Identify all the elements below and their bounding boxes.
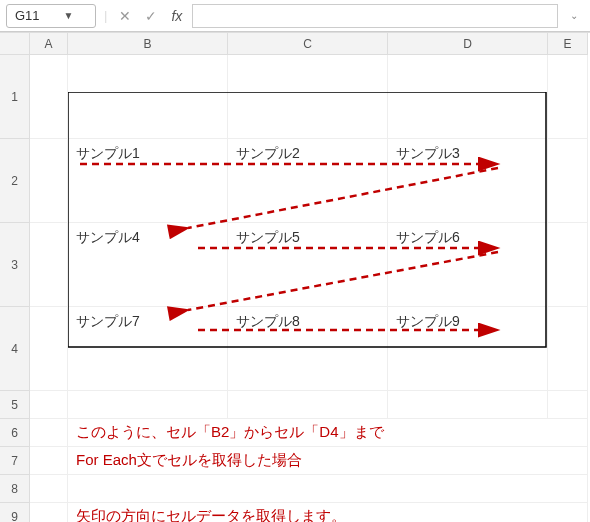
cell-B3[interactable]: サンプル4 (68, 223, 228, 307)
cell-A2[interactable] (30, 139, 68, 223)
cell-value: サンプル5 (236, 229, 300, 245)
note-line-1[interactable]: このように、セル「B2」からセル「D4」まで (68, 419, 588, 447)
row-header-9[interactable]: 9 (0, 503, 30, 522)
cell-value: サンプル8 (236, 313, 300, 329)
formula-input[interactable] (192, 4, 558, 28)
cell-D1[interactable] (388, 55, 548, 139)
cell-E4[interactable] (548, 307, 588, 391)
cell-A1[interactable] (30, 55, 68, 139)
cell-E5[interactable] (548, 391, 588, 419)
cell-C4[interactable]: サンプル8 (228, 307, 388, 391)
col-header-E[interactable]: E (548, 33, 588, 55)
cell-value: サンプル4 (76, 229, 140, 245)
select-all-corner[interactable] (0, 33, 30, 55)
cell-value: サンプル2 (236, 145, 300, 161)
cell-value: サンプル1 (76, 145, 140, 161)
expand-formula-bar-icon[interactable]: ⌄ (564, 10, 584, 21)
cell-A9[interactable] (30, 503, 68, 522)
cell-B5[interactable] (68, 391, 228, 419)
col-header-C[interactable]: C (228, 33, 388, 55)
cell-C3[interactable]: サンプル5 (228, 223, 388, 307)
chevron-down-icon[interactable]: ▼ (64, 10, 74, 21)
divider: | (104, 8, 107, 23)
note-line-2[interactable]: For Each文でセルを取得した場合 (68, 447, 588, 475)
cell-B8[interactable] (68, 475, 588, 503)
row-header-4[interactable]: 4 (0, 307, 30, 391)
row-header-2[interactable]: 2 (0, 139, 30, 223)
col-header-B[interactable]: B (68, 33, 228, 55)
cell-D4[interactable]: サンプル9 (388, 307, 548, 391)
cell-value: サンプル7 (76, 313, 140, 329)
cell-D3[interactable]: サンプル6 (388, 223, 548, 307)
cell-B2[interactable]: サンプル1 (68, 139, 228, 223)
cell-D2[interactable]: サンプル3 (388, 139, 548, 223)
cell-B1[interactable] (68, 55, 228, 139)
col-header-A[interactable]: A (30, 33, 68, 55)
cell-C2[interactable]: サンプル2 (228, 139, 388, 223)
cell-A6[interactable] (30, 419, 68, 447)
cancel-icon[interactable]: ✕ (115, 8, 135, 24)
formula-bar-area: G11 ▼ | ✕ ✓ fx ⌄ (0, 0, 590, 32)
fx-label[interactable]: fx (167, 8, 186, 24)
cell-A3[interactable] (30, 223, 68, 307)
name-box[interactable]: G11 ▼ (6, 4, 96, 28)
cell-value: サンプル6 (396, 229, 460, 245)
cell-E2[interactable] (548, 139, 588, 223)
row-header-3[interactable]: 3 (0, 223, 30, 307)
row-header-8[interactable]: 8 (0, 475, 30, 503)
cell-E1[interactable] (548, 55, 588, 139)
cell-A4[interactable] (30, 307, 68, 391)
cell-value: サンプル9 (396, 313, 460, 329)
cell-B4[interactable]: サンプル7 (68, 307, 228, 391)
cell-A7[interactable] (30, 447, 68, 475)
name-box-value: G11 (15, 8, 40, 23)
cell-C5[interactable] (228, 391, 388, 419)
cell-E3[interactable] (548, 223, 588, 307)
cell-D5[interactable] (388, 391, 548, 419)
col-header-D[interactable]: D (388, 33, 548, 55)
spreadsheet-grid[interactable]: A B C D E 1 2 サンプル1 サンプル2 サンプル3 3 サンプル4 … (0, 32, 590, 522)
row-header-5[interactable]: 5 (0, 391, 30, 419)
row-header-1[interactable]: 1 (0, 55, 30, 139)
note-line-3[interactable]: 矢印の方向にセルデータを取得します。 (68, 503, 588, 522)
cell-C1[interactable] (228, 55, 388, 139)
row-header-7[interactable]: 7 (0, 447, 30, 475)
enter-icon[interactable]: ✓ (141, 8, 161, 24)
cell-A8[interactable] (30, 475, 68, 503)
cell-value: サンプル3 (396, 145, 460, 161)
row-header-6[interactable]: 6 (0, 419, 30, 447)
cell-A5[interactable] (30, 391, 68, 419)
